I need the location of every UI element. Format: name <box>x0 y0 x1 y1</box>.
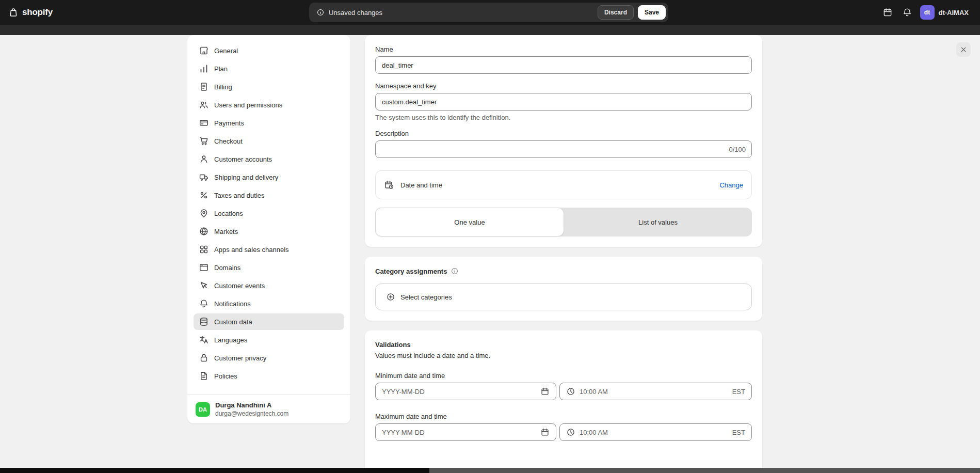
shopify-bag-icon <box>8 7 19 18</box>
min-date-input[interactable] <box>382 388 536 396</box>
sidebar-item-users-and-permissions[interactable]: Users and permissions <box>194 97 344 113</box>
pin-icon <box>199 208 209 218</box>
min-time-input[interactable] <box>580 388 728 396</box>
discard-button[interactable]: Discard <box>598 5 634 20</box>
content-type-row: Date and time Change <box>375 170 752 199</box>
user-avatar: DA <box>196 402 210 417</box>
close-icon <box>959 45 968 54</box>
sidebar-item-label: Checkout <box>214 137 243 145</box>
clock-icon[interactable] <box>566 387 575 396</box>
sidebar-item-custom-data[interactable]: Custom data <box>194 313 344 330</box>
sidebar-item-label: Policies <box>214 372 237 380</box>
database-icon <box>199 317 209 327</box>
category-assignments-card: Category assignments Select categories <box>365 257 762 321</box>
card-icon <box>199 118 209 128</box>
character-counter: 0/100 <box>729 146 746 153</box>
list-of-values-option[interactable]: List of values <box>564 208 752 236</box>
namespace-label: Namespace and key <box>375 82 752 90</box>
sidebar-user[interactable]: DA Durga Nandhini A durga@wedesigntech.c… <box>187 395 350 423</box>
sidebar-item-label: General <box>214 47 238 55</box>
settings-nav: General Plan Billing Users and permissio… <box>187 35 350 395</box>
lock-icon <box>199 353 209 363</box>
timezone-label: EST <box>732 429 745 436</box>
max-time-input[interactable] <box>580 429 728 436</box>
sidebar-item-label: Customer events <box>214 282 265 290</box>
storefront-icon <box>199 45 209 56</box>
sidebar-item-label: Domains <box>214 264 240 272</box>
grid-icon <box>199 244 209 255</box>
sidebar-item-customer-accounts[interactable]: Customer accounts <box>194 151 344 167</box>
percent-icon <box>199 190 209 200</box>
select-categories-label: Select categories <box>400 293 452 301</box>
validations-card: Validations Values must include a date a… <box>365 330 762 473</box>
close-button[interactable] <box>956 42 971 57</box>
sidebar-item-label: Custom data <box>214 318 252 326</box>
document-icon <box>199 371 209 381</box>
topbar: shopify Unsaved changes Discard Save <box>0 0 980 25</box>
shopify-wordmark: shopify <box>22 7 53 18</box>
change-type-link[interactable]: Change <box>719 181 743 189</box>
sidebar-item-shipping-and-delivery[interactable]: Shipping and delivery <box>194 169 344 185</box>
sidebar-item-label: Users and permissions <box>214 101 282 109</box>
plus-circle-icon <box>386 292 395 302</box>
sidebar-item-payments[interactable]: Payments <box>194 115 344 131</box>
sidebar-item-billing[interactable]: Billing <box>194 78 344 95</box>
sidebar-item-label: Apps and sales channels <box>214 246 289 254</box>
sidebar-item-label: Payments <box>214 119 244 127</box>
sidebar-item-label: Shipping and delivery <box>214 174 278 181</box>
sidebar-item-general[interactable]: General <box>194 42 344 59</box>
sidebar-item-locations[interactable]: Locations <box>194 205 344 222</box>
sidebar-item-label: Languages <box>214 336 247 344</box>
sidebar-item-customer-privacy[interactable]: Customer privacy <box>194 350 344 366</box>
cart-icon <box>199 136 209 146</box>
sidebar-item-policies[interactable]: Policies <box>194 368 344 384</box>
unsaved-changes-label: Unsaved changes <box>329 9 382 17</box>
max-date-input[interactable] <box>382 429 536 436</box>
sidebar-item-notifications[interactable]: Notifications <box>194 295 344 312</box>
calendar-icon[interactable] <box>540 428 550 437</box>
horizontal-scrollbar[interactable] <box>0 468 980 473</box>
bell-icon <box>902 7 912 18</box>
validations-subtitle: Values must include a date and a time. <box>375 352 752 359</box>
sidebar-item-apps-and-sales-channels[interactable]: Apps and sales channels <box>194 241 344 258</box>
settings-sidebar: General Plan Billing Users and permissio… <box>187 35 350 423</box>
clock-icon[interactable] <box>566 428 575 437</box>
sidebar-item-taxes-and-duties[interactable]: Taxes and duties <box>194 187 344 203</box>
sidebar-item-label: Taxes and duties <box>214 192 265 199</box>
calendar-clock-icon <box>384 180 394 190</box>
save-button[interactable]: Save <box>638 5 666 20</box>
max-date-field <box>375 423 556 441</box>
truck-icon <box>199 172 209 182</box>
sidebar-item-languages[interactable]: Languages <box>194 332 344 348</box>
globe-icon <box>199 226 209 236</box>
notifications-button[interactable] <box>899 4 915 21</box>
name-input[interactable] <box>375 56 752 74</box>
one-value-option[interactable]: One value <box>375 208 564 236</box>
sidebar-item-plan[interactable]: Plan <box>194 60 344 77</box>
namespace-input[interactable] <box>375 93 752 111</box>
shopify-logo[interactable]: shopify <box>8 7 117 18</box>
translate-icon <box>199 335 209 345</box>
sidebar-item-label: Notifications <box>214 300 251 308</box>
sidebar-item-markets[interactable]: Markets <box>194 223 344 240</box>
users-icon <box>199 100 209 110</box>
select-categories-button[interactable]: Select categories <box>375 283 752 310</box>
info-icon <box>316 8 325 17</box>
scrollbar-thumb[interactable] <box>0 468 429 473</box>
description-input[interactable] <box>375 140 752 158</box>
sidebar-item-customer-events[interactable]: Customer events <box>194 277 344 294</box>
calendar-icon[interactable] <box>540 387 550 396</box>
chart-icon <box>199 64 209 74</box>
user-name: Durga Nandhini A <box>215 401 288 409</box>
sidebar-item-label: Plan <box>214 65 228 73</box>
sidebar-item-domains[interactable]: Domains <box>194 259 344 276</box>
definition-card: Name Namespace and key The system uses t… <box>365 35 762 247</box>
account-menu[interactable]: dt dt-AIMAX <box>919 4 972 21</box>
sidebar-item-checkout[interactable]: Checkout <box>194 133 344 149</box>
calendar-button[interactable] <box>879 4 896 21</box>
calendar-icon <box>882 7 893 18</box>
timezone-label: EST <box>732 388 745 396</box>
namespace-help-text: The system uses this to identify the def… <box>375 114 752 121</box>
min-time-field: EST <box>559 383 752 400</box>
min-date-row: EST <box>375 383 752 400</box>
